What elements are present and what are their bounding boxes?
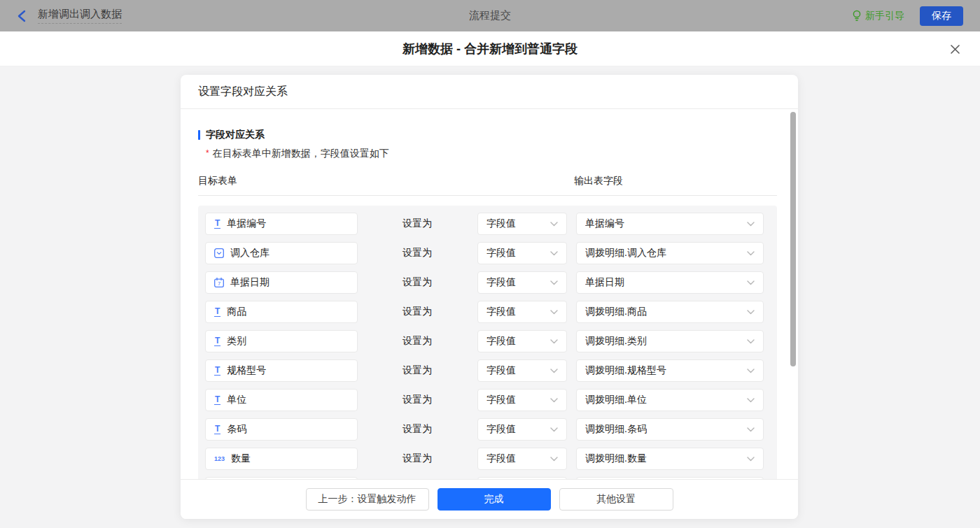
target-field-label: 数量 [231, 452, 251, 465]
beginner-guide-link[interactable]: 新手引导 [852, 10, 904, 22]
modal-header: 新增数据 - 合并新增到普通字段 [0, 31, 980, 66]
chevron-down-icon [747, 339, 755, 344]
set-as-label: 设置为 [402, 276, 432, 289]
value-mode-select[interactable]: 字段值 [477, 389, 567, 411]
value-mode-label: 字段值 [486, 335, 516, 348]
value-mode-label: 字段值 [486, 423, 516, 436]
target-field-box[interactable]: 123数量 [205, 448, 358, 470]
section-title: 字段对应关系 [206, 129, 265, 141]
previous-step-button[interactable]: 上一步：设置触发动作 [306, 488, 429, 511]
output-field-label: 调拨明细.条码 [585, 423, 647, 436]
save-button[interactable]: 保存 [920, 6, 963, 26]
value-mode-label: 字段值 [486, 276, 516, 289]
text-field-icon: T [214, 307, 220, 317]
mapping-rows: T单据编号设置为字段值单据编号调入仓库设置为字段值调拨明细.调入仓库7单据日期设… [198, 206, 777, 479]
flow-name[interactable]: 新增调出调入数据 [38, 8, 122, 24]
text-field-icon: T [214, 336, 220, 346]
chevron-down-icon [747, 369, 755, 373]
chevron-down-icon [550, 427, 558, 432]
output-field-label: 单据日期 [585, 276, 624, 289]
vertical-scrollbar[interactable] [790, 112, 796, 366]
output-field-select[interactable]: 单据日期 [576, 271, 764, 294]
chevron-down-icon [747, 310, 755, 315]
set-as-label: 设置为 [402, 335, 432, 348]
target-field-box[interactable]: 7单据日期 [205, 271, 358, 294]
output-field-label: 调拨明细.调入仓库 [585, 247, 666, 259]
value-mode-select[interactable]: 字段值 [477, 301, 567, 323]
value-mode-select[interactable]: 字段值 [477, 448, 567, 470]
value-mode-select[interactable]: 字段值 [477, 330, 567, 352]
mapping-row-partial [205, 477, 770, 479]
mapping-row: 123数量设置为字段值调拨明细.数量 [205, 448, 770, 470]
target-field-box[interactable]: T商品 [205, 301, 358, 323]
chevron-down-icon [550, 310, 558, 315]
target-field-box[interactable]: T单据编号 [205, 213, 358, 235]
chevron-down-icon [747, 251, 755, 256]
target-field-label: 调入仓库 [230, 247, 270, 259]
column-header-output-field: 输出表字段 [574, 175, 623, 187]
mapping-row: T单位设置为字段值调拨明细.单位 [205, 389, 770, 411]
value-mode-select[interactable]: 字段值 [477, 271, 567, 294]
text-field-icon: T [214, 424, 220, 434]
set-as-label: 设置为 [402, 306, 432, 318]
target-field-box[interactable]: 调入仓库 [205, 242, 358, 264]
mapping-row: T单据编号设置为字段值单据编号 [205, 213, 770, 235]
finish-button[interactable]: 完成 [438, 488, 551, 511]
section-accent-bar [198, 130, 200, 140]
text-field-icon: T [214, 395, 220, 405]
output-field-select[interactable]: 调拨明细.调入仓库 [576, 242, 764, 264]
chevron-down-icon [550, 369, 558, 373]
output-field-label: 调拨明细.规格型号 [585, 364, 666, 377]
column-headers: 目标表单 输出表字段 [198, 175, 777, 196]
output-field-label: 调拨明细.单位 [585, 394, 647, 406]
value-mode-select[interactable]: 字段值 [477, 213, 567, 235]
value-mode-select[interactable]: 字段值 [477, 242, 567, 264]
chevron-down-icon [550, 280, 558, 285]
card-header: 设置字段对应关系 [181, 75, 798, 109]
target-field-label: 单据日期 [230, 276, 270, 289]
other-settings-button[interactable]: 其他设置 [559, 488, 673, 511]
target-field-label: 单据编号 [227, 217, 266, 230]
output-field-select[interactable]: 调拨明细.单位 [576, 389, 764, 411]
target-field-box[interactable]: T条码 [205, 418, 358, 441]
number-field-icon: 123 [214, 455, 225, 462]
set-as-label: 设置为 [402, 394, 432, 406]
back-button[interactable] [17, 10, 27, 22]
mapping-row: 7单据日期设置为字段值单据日期 [205, 271, 770, 294]
output-field-select[interactable]: 调拨明细.数量 [576, 448, 764, 470]
value-mode-label: 字段值 [486, 452, 516, 465]
target-field-box[interactable] [205, 477, 358, 479]
text-field-icon: T [214, 219, 220, 229]
chevron-down-icon [747, 457, 755, 462]
chevron-down-icon [747, 427, 755, 432]
chevron-down-icon [550, 457, 558, 462]
output-field-select[interactable]: 调拨明细.条码 [576, 418, 764, 441]
text-field-icon: T [214, 366, 220, 376]
target-field-label: 单位 [227, 394, 246, 406]
chevron-down-icon [550, 251, 558, 256]
chevron-down-icon [550, 398, 558, 403]
output-field-label: 单据编号 [585, 217, 624, 230]
value-mode-label: 字段值 [486, 364, 516, 377]
value-mode-label: 字段值 [486, 306, 516, 318]
value-mode-select[interactable]: 字段值 [477, 359, 567, 382]
value-mode-select[interactable]: 字段值 [477, 418, 567, 441]
target-field-box[interactable]: T规格型号 [205, 359, 358, 382]
output-field-select[interactable]: 单据编号 [576, 213, 764, 235]
column-header-target-form: 目标表单 [198, 175, 574, 187]
output-field-select[interactable] [576, 477, 764, 479]
output-field-select[interactable]: 调拨明细.商品 [576, 301, 764, 323]
mapping-row: T条码设置为字段值调拨明细.条码 [205, 418, 770, 441]
value-mode-select[interactable] [477, 477, 567, 479]
modal-title: 新增数据 - 合并新增到普通字段 [402, 41, 578, 57]
output-field-select[interactable]: 调拨明细.类别 [576, 330, 764, 352]
process-submit-title: 流程提交 [0, 9, 980, 22]
target-field-box[interactable]: T类别 [205, 330, 358, 352]
output-field-label: 调拨明细.类别 [585, 335, 647, 348]
chevron-down-icon [747, 280, 755, 285]
value-mode-label: 字段值 [486, 217, 516, 230]
close-button[interactable] [946, 41, 963, 57]
output-field-select[interactable]: 调拨明细.规格型号 [576, 359, 764, 382]
mapping-row: T类别设置为字段值调拨明细.类别 [205, 330, 770, 352]
target-field-box[interactable]: T单位 [205, 389, 358, 411]
